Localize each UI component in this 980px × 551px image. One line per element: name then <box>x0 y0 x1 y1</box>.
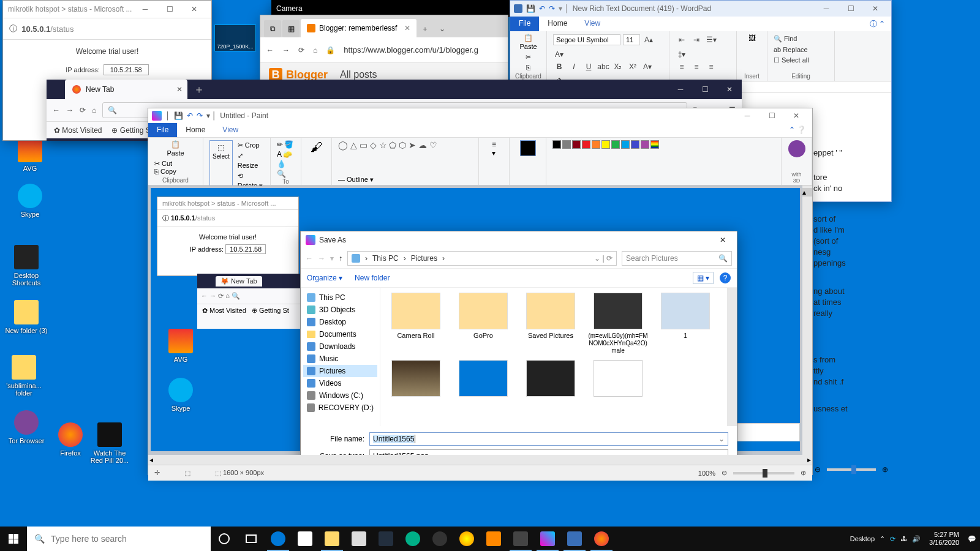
store-taskbar-icon[interactable] <box>292 527 318 551</box>
paint-canvas[interactable]: mikrotik hotspot > status - Microsoft ..… <box>148 186 812 455</box>
wordpad-taskbar-icon[interactable] <box>561 527 588 551</box>
image-item[interactable]: 1 <box>655 293 716 354</box>
find-button[interactable]: 🔍 Find <box>774 34 828 45</box>
redo-icon[interactable]: ↷ <box>197 111 203 120</box>
nav-up-icon[interactable]: ↑ <box>339 254 342 263</box>
forward-button[interactable]: → <box>282 46 290 54</box>
maximize-button[interactable]: ☐ <box>839 0 863 17</box>
align-right-icon[interactable]: ≡ <box>705 61 717 73</box>
search-input[interactable]: Search Pictures🔍 <box>622 251 732 266</box>
close-button[interactable]: ✕ <box>714 236 732 244</box>
bold-button[interactable]: B <box>553 61 565 73</box>
tray-notification-icon[interactable]: 💬 <box>968 535 976 543</box>
help-icon[interactable]: ⌃ ❔ <box>783 123 812 137</box>
app2-taskbar-icon[interactable] <box>453 527 480 551</box>
desktop-toolbar[interactable]: Desktop <box>850 535 875 542</box>
url-text[interactable]: https://www.blogger.com/u/1/blogger.g <box>344 45 478 54</box>
tab-file[interactable]: File <box>148 123 177 137</box>
color1-button[interactable] <box>520 140 536 156</box>
paint-quick-access[interactable]: │ 💾 ↶ ↷ ▾ │ Untitled - Paint ─ ☐ ✕ <box>148 108 812 123</box>
help-icon[interactable]: ⓘ ⌃ <box>864 17 891 31</box>
grow-font-icon[interactable]: A▴ <box>643 34 655 46</box>
bookmark-most-visited[interactable]: ✿ Most Visited <box>54 126 102 135</box>
new-tab-button[interactable]: ＋ <box>417 20 434 37</box>
tray-volume-icon[interactable]: 🔊 <box>912 535 921 543</box>
resize-button[interactable]: ⤢ Resize <box>238 151 264 171</box>
font-name-select[interactable]: Segoe UI Symbol <box>553 34 620 45</box>
bullets-icon[interactable]: ☰▾ <box>705 34 717 46</box>
tray-network-icon[interactable]: 🖧 <box>900 535 907 542</box>
undo-icon[interactable]: ↶ <box>187 111 193 120</box>
nav-tree[interactable]: This PC 3D Objects Desktop Documents Dow… <box>301 288 380 426</box>
maximize-button[interactable]: ☐ <box>157 1 182 18</box>
tray-sync-icon[interactable]: ⟳ <box>890 535 895 543</box>
paste-button[interactable]: 📋Paste <box>519 34 537 51</box>
browser-tab[interactable]: Blogger: rememberlessf ✕ <box>301 19 417 37</box>
tabs-list-button[interactable]: ▦ <box>282 20 300 37</box>
view-button[interactable]: ▦ ▾ <box>693 272 714 284</box>
copy-button[interactable]: ⎘ Copy <box>154 168 176 175</box>
tab-file[interactable]: File <box>510 17 539 31</box>
close-tab-icon[interactable]: ✕ <box>404 24 410 32</box>
vlc-taskbar-icon[interactable] <box>480 527 507 551</box>
strike-button[interactable]: abc <box>597 61 609 73</box>
vertical-scrollbar[interactable]: ▴ <box>802 186 812 455</box>
desktop-icon-shortcuts[interactable]: Desktop Shortcuts <box>5 245 48 287</box>
cortana-icon[interactable] <box>211 527 238 551</box>
minimize-button[interactable]: ─ <box>668 81 693 98</box>
start-button[interactable] <box>0 527 27 551</box>
image-item[interactable] <box>520 360 581 399</box>
image-item[interactable]: (m=ewlLG0y)(mh=FMNOM0cXHYnQa42O)male <box>587 293 649 354</box>
taskbar-thumbnail[interactable]: 720P_1500K... <box>214 24 256 51</box>
tripadvisor-taskbar-icon[interactable] <box>399 527 426 551</box>
nav-recent-icon[interactable]: ▾ <box>330 254 334 263</box>
back-button[interactable]: ← <box>266 46 274 54</box>
close-button[interactable]: ✕ <box>182 1 206 18</box>
paste-button[interactable]: 📋Paste <box>154 140 197 157</box>
quick-access-toolbar[interactable]: 💾 ↶ ↷ ▾ │ New Rich Text Document (419) -… <box>510 1 891 17</box>
edge-taskbar-icon[interactable] <box>265 527 292 551</box>
folder-item[interactable]: GoPro <box>453 293 514 354</box>
save-icon[interactable]: 💾 <box>174 111 183 120</box>
crop-button[interactable]: ✂ Crop <box>238 140 264 151</box>
wordpad-zoom[interactable]: ⊖⊕ <box>815 465 888 474</box>
minimize-button[interactable]: ─ <box>814 0 839 17</box>
help-icon[interactable]: ? <box>720 272 731 283</box>
firefox-tab[interactable]: New Tab ✕ <box>65 80 187 99</box>
superscript-button[interactable]: X² <box>627 61 639 73</box>
zoom-out-button[interactable]: ⊖ <box>722 469 727 477</box>
zoom-slider[interactable] <box>733 472 794 474</box>
new-tab-button[interactable]: ＋ <box>194 82 205 97</box>
maximize-button[interactable]: ☐ <box>760 107 784 124</box>
close-button[interactable]: ✕ <box>863 0 888 17</box>
minimize-button[interactable]: ─ <box>735 107 760 124</box>
tray-chevron-icon[interactable]: ⌃ <box>880 535 885 543</box>
titlebar-hotspot[interactable]: mikrotik hotspot > status - Microsoft ..… <box>3 1 211 18</box>
nav-fwd-icon[interactable]: → <box>318 254 325 263</box>
folder-item[interactable]: Camera Roll <box>385 293 447 354</box>
organize-button[interactable]: Organize ▾ <box>307 274 342 282</box>
address-bar[interactable]: ⓘ 10.5.0.1/status <box>3 18 211 40</box>
horizontal-scrollbar[interactable]: ◂▸ <box>148 455 812 465</box>
taskview-icon[interactable] <box>238 527 265 551</box>
underline-button[interactable]: U <box>582 61 595 73</box>
italic-button[interactable]: I <box>568 61 580 73</box>
back-button[interactable]: ← <box>53 106 60 114</box>
amazon-taskbar-icon[interactable] <box>372 527 399 551</box>
tab-dropdown-icon[interactable]: ⌄ <box>434 20 451 37</box>
save-icon[interactable]: 💾 <box>526 4 535 13</box>
tabs-aside-button[interactable]: ⧉ <box>264 20 281 37</box>
breadcrumb[interactable]: › This PC › Pictures › ⌄ | ⟳ <box>347 251 617 266</box>
shrink-font-icon[interactable]: A▾ <box>553 48 565 61</box>
forward-button[interactable]: → <box>66 106 74 114</box>
linespacing-icon[interactable]: ‡▾ <box>676 48 688 61</box>
cut-icon[interactable]: ✂ <box>526 53 531 61</box>
home-button[interactable]: ⌂ <box>313 46 317 54</box>
outline-button[interactable]: — Outline ▾ <box>338 176 374 183</box>
image-item[interactable] <box>385 360 447 399</box>
zoom-in-button[interactable]: ⊕ <box>801 469 806 477</box>
refresh-button[interactable]: ⟳ <box>298 46 304 54</box>
home-button[interactable]: ⌂ <box>92 106 96 114</box>
minimize-button[interactable]: ─ <box>133 1 157 18</box>
close-button[interactable]: ✕ <box>717 81 742 98</box>
